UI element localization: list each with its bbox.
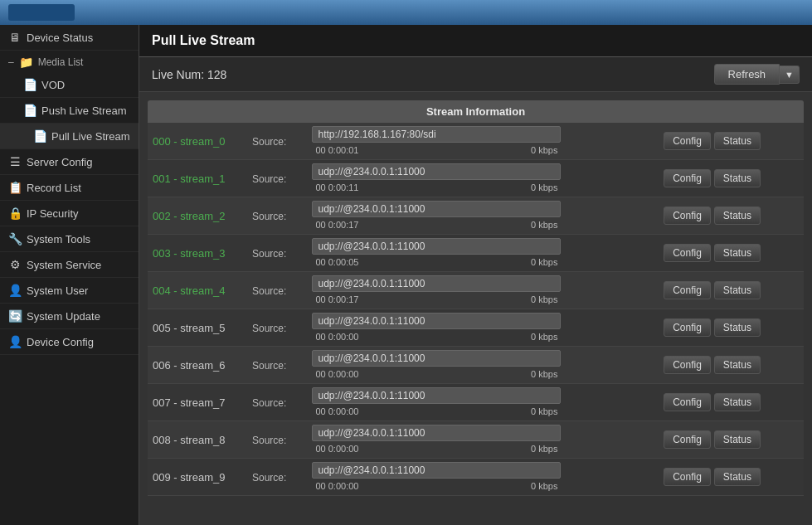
action-btns: Config Status xyxy=(664,244,799,262)
sidebar-item-record-list[interactable]: 📋 Record List xyxy=(0,175,139,201)
sidebar-label-ip-security: IP Security xyxy=(27,207,79,220)
action-btns-cell: Config Status xyxy=(659,197,804,235)
source-label: Source: xyxy=(252,472,286,484)
action-btns: Config Status xyxy=(664,318,799,337)
action-btns: Config Status xyxy=(664,356,799,374)
config-button[interactable]: Config xyxy=(664,281,711,299)
sidebar-item-push-live-stream[interactable]: 📄 Push Live Stream xyxy=(0,98,139,124)
sidebar-item-media-list[interactable]: – 📁 Media List xyxy=(0,51,139,72)
sidebar-item-system-update[interactable]: 🔄 System Update xyxy=(0,304,139,329)
config-button[interactable]: Config xyxy=(664,207,711,225)
source-info-cell: 00 0:00:00 0 kbps xyxy=(307,384,659,421)
system-service-icon: ⚙ xyxy=(8,258,22,271)
config-button[interactable]: Config xyxy=(664,356,711,374)
config-button[interactable]: Config xyxy=(664,393,711,411)
source-url-input[interactable] xyxy=(312,238,561,255)
source-url-input[interactable] xyxy=(312,350,561,367)
source-url-input[interactable] xyxy=(312,126,561,143)
sidebar-item-system-user[interactable]: 👤 System User xyxy=(0,278,139,304)
source-label-cell: Source: xyxy=(247,309,307,347)
action-btns: Config Status xyxy=(664,281,799,299)
config-button[interactable]: Config xyxy=(664,468,711,486)
sidebar-label-vod: VOD xyxy=(41,79,65,91)
source-url-input[interactable] xyxy=(312,462,561,479)
action-btns-cell: Config Status xyxy=(659,384,804,421)
source-url-input[interactable] xyxy=(312,425,561,441)
source-label: Source: xyxy=(252,285,286,297)
action-btns-cell: Config Status xyxy=(659,160,804,197)
sidebar-label-device-status: Device Status xyxy=(27,32,93,44)
main-layout: 🖥 Device Status – 📁 Media List 📄 VOD 📄 P… xyxy=(0,25,812,525)
stream-id: 008 - stream_8 xyxy=(148,421,247,459)
table-row: 005 - stream_5 Source: 00 0:00:00 0 kbps… xyxy=(148,309,804,347)
status-button[interactable]: Status xyxy=(714,169,761,187)
status-button[interactable]: Status xyxy=(714,132,761,150)
status-button[interactable]: Status xyxy=(714,244,761,262)
sidebar-label-media-list: Media List xyxy=(38,56,84,68)
source-time-row: 00 0:00:00 0 kbps xyxy=(312,368,561,380)
config-button[interactable]: Config xyxy=(664,169,711,187)
sidebar-label-system-service: System Service xyxy=(27,259,101,271)
device-status-icon: 🖥 xyxy=(8,31,22,44)
source-time-row: 00 0:00:00 0 kbps xyxy=(312,406,561,417)
config-button[interactable]: Config xyxy=(664,430,711,449)
vod-icon: 📄 xyxy=(23,78,36,91)
sidebar-label-record-list: Record List xyxy=(27,182,81,194)
refresh-btn-group: Refresh ▼ xyxy=(714,64,800,85)
table-row: 003 - stream_3 Source: 00 0:00:05 0 kbps… xyxy=(148,235,804,272)
action-btns-cell: Config Status xyxy=(659,309,804,347)
source-time-row: 00 0:00:17 0 kbps xyxy=(312,294,561,305)
source-info-cell: 00 0:00:01 0 kbps xyxy=(307,123,659,160)
sidebar-item-server-config[interactable]: ☰ Server Config xyxy=(0,149,139,175)
stream-kbps: 0 kbps xyxy=(531,220,557,230)
source-url-input[interactable] xyxy=(312,275,561,292)
stream-kbps: 0 kbps xyxy=(531,294,557,304)
action-btns-cell: Config Status xyxy=(659,347,804,384)
status-button[interactable]: Status xyxy=(714,393,761,411)
config-button[interactable]: Config xyxy=(664,318,711,337)
source-time-row: 00 0:00:17 0 kbps xyxy=(312,219,561,231)
stream-id: 005 - stream_5 xyxy=(148,309,247,347)
sidebar-item-system-service[interactable]: ⚙ System Service xyxy=(0,252,139,278)
sidebar-item-ip-security[interactable]: 🔒 IP Security xyxy=(0,201,139,226)
sidebar-item-pull-live-stream[interactable]: 📄 Pull Live Stream xyxy=(0,124,139,149)
status-button[interactable]: Status xyxy=(714,430,761,449)
sidebar-item-device-config[interactable]: 👤 Device Config xyxy=(0,329,139,355)
live-num-value: 128 xyxy=(207,68,226,81)
live-num-label: Live Num: xyxy=(152,68,204,81)
status-button[interactable]: Status xyxy=(714,207,761,225)
stream-kbps: 0 kbps xyxy=(531,332,557,342)
stream-area[interactable]: Stream Information 000 - stream_0 Source… xyxy=(139,92,812,525)
stream-time: 00 0:00:17 xyxy=(315,294,358,304)
refresh-button[interactable]: Refresh xyxy=(714,64,780,85)
system-tools-icon: 🔧 xyxy=(8,232,22,245)
pull-stream-icon: 📄 xyxy=(33,129,46,143)
config-button[interactable]: Config xyxy=(664,244,711,262)
status-button[interactable]: Status xyxy=(714,356,761,374)
stream-time: 00 0:00:17 xyxy=(315,220,358,230)
config-button[interactable]: Config xyxy=(664,132,711,150)
source-url-input[interactable] xyxy=(312,201,561,217)
table-row: 002 - stream_2 Source: 00 0:00:17 0 kbps… xyxy=(148,197,804,235)
source-time-row: 00 0:00:00 0 kbps xyxy=(312,331,561,343)
status-button[interactable]: Status xyxy=(714,281,761,299)
main-content: Pull Live Stream Live Num: 128 Refresh ▼… xyxy=(139,25,812,525)
source-url-input[interactable] xyxy=(312,313,561,329)
status-button[interactable]: Status xyxy=(714,318,761,337)
table-row: 004 - stream_4 Source: 00 0:00:17 0 kbps… xyxy=(148,272,804,309)
toolbar: Live Num: 128 Refresh ▼ xyxy=(139,57,812,92)
expand-icon: – xyxy=(8,56,14,68)
sidebar-label-system-tools: System Tools xyxy=(27,233,90,245)
source-url-input[interactable] xyxy=(312,387,561,404)
sidebar-item-vod[interactable]: 📄 VOD xyxy=(0,72,139,98)
server-config-icon: ☰ xyxy=(8,155,22,168)
record-list-icon: 📋 xyxy=(8,181,22,194)
status-button[interactable]: Status xyxy=(714,468,761,486)
sidebar-item-system-tools[interactable]: 🔧 System Tools xyxy=(0,226,139,252)
sidebar-item-device-status[interactable]: 🖥 Device Status xyxy=(0,25,139,51)
source-info-cell: 00 0:00:00 0 kbps xyxy=(307,459,659,496)
table-row: 006 - stream_6 Source: 00 0:00:00 0 kbps… xyxy=(148,347,804,384)
source-url-input[interactable] xyxy=(312,163,561,180)
source-label: Source: xyxy=(252,360,286,372)
refresh-dropdown-button[interactable]: ▼ xyxy=(780,66,800,84)
